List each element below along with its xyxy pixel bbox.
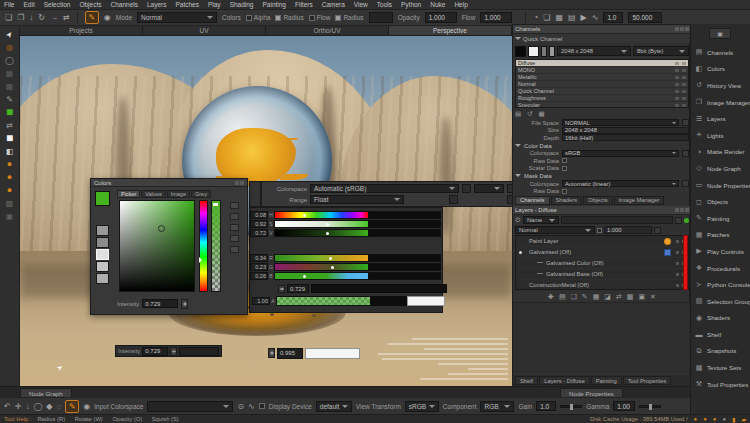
display-checkbox[interactable] xyxy=(259,403,265,409)
gradient-bar[interactable] xyxy=(274,211,369,219)
tool-icon[interactable]: ● xyxy=(7,160,12,169)
input-colorspace-dropdown[interactable] xyxy=(147,401,233,412)
colorspace-button[interactable] xyxy=(462,184,471,193)
menu-item[interactable]: Tools xyxy=(377,0,392,10)
project-action-icon[interactable]: ⇄ xyxy=(63,13,70,23)
project-action-icon[interactable]: ↓ xyxy=(29,13,33,23)
view-option-icon[interactable]: ◔ xyxy=(533,13,538,23)
color-picker-tab[interactable]: Values xyxy=(141,190,165,198)
float-intensity-field[interactable]: 0.729 xyxy=(142,347,168,356)
float-value-stepper[interactable] xyxy=(268,348,275,358)
dock-tab[interactable]: Image Manager xyxy=(614,196,665,205)
toolbar-checkbox[interactable]: Flow xyxy=(309,14,331,21)
layer-add-button[interactable] xyxy=(654,227,661,234)
file-space-button[interactable] xyxy=(682,119,689,126)
tool-icon[interactable]: ✎ xyxy=(6,95,13,104)
palette-item[interactable]: ↺ History View xyxy=(691,77,750,94)
tool-icon[interactable]: ■ xyxy=(6,134,13,143)
toolbar-value-field[interactable]: 1.0 xyxy=(603,12,623,23)
gain-field[interactable]: 1.0 xyxy=(536,401,556,411)
menu-item[interactable]: Play xyxy=(208,0,221,10)
intensity-stepper[interactable] xyxy=(181,299,188,309)
menu-item[interactable]: Objects xyxy=(79,0,101,10)
layer-toolbar-icon[interactable]: ◪ xyxy=(604,293,611,301)
toolbar-checkbox[interactable]: Radius xyxy=(275,14,303,21)
channel-value-field[interactable]: 0.23 xyxy=(250,263,268,271)
menu-item[interactable]: File xyxy=(4,0,14,10)
tool-icon[interactable]: ● xyxy=(7,186,12,195)
mini-swatch[interactable] xyxy=(549,46,555,57)
viewport-tab[interactable]: Perspective xyxy=(389,26,512,35)
gradient-marker[interactable] xyxy=(303,214,306,217)
graph-icon[interactable]: ∿ xyxy=(248,402,255,411)
layer-blend-dropdown[interactable]: Normal xyxy=(515,226,595,234)
gradient-bar[interactable] xyxy=(274,263,369,271)
sidebar-header-icon[interactable]: ▣ xyxy=(709,28,731,39)
gradient-intensity-field[interactable]: 0.729 xyxy=(287,284,309,293)
saturation-value-square[interactable] xyxy=(119,200,195,292)
intensity-field[interactable]: 0.729 xyxy=(142,299,178,308)
palette-item[interactable]: ▬ Shelf xyxy=(691,326,750,343)
bit-depth-dropdown[interactable]: 8bit (Byte) xyxy=(633,46,689,56)
gradient-bar[interactable] xyxy=(274,229,369,237)
layer-row[interactable]: Paint Layer xyxy=(516,236,688,247)
menu-item[interactable]: Layers xyxy=(147,0,167,10)
gamma-field[interactable]: 1.00 xyxy=(613,401,635,411)
tool-icon[interactable]: ⇄ xyxy=(6,121,13,130)
view-transform-dropdown[interactable]: sRGB xyxy=(405,401,439,412)
toolbar-checkbox[interactable]: Alpha xyxy=(246,14,271,21)
mask-data-section[interactable]: Mask Data xyxy=(513,172,691,180)
dock-bottom-tab[interactable]: Painting xyxy=(591,376,622,385)
dock-tab[interactable]: Channels xyxy=(515,196,550,205)
channel-value-field[interactable]: 0.08 xyxy=(250,211,268,219)
palette-item[interactable]: ▶ Play Controls xyxy=(691,243,750,260)
palette-item[interactable]: ▩ Texture Sets xyxy=(691,359,750,376)
toolbar-checkbox[interactable]: Radius xyxy=(335,14,363,21)
layer-toolbar-icon[interactable]: ▦ xyxy=(593,293,600,301)
palette-item[interactable]: ▦ Patches xyxy=(691,227,750,244)
status-indicator-icon[interactable]: ▰ xyxy=(741,416,746,423)
channel-list-item[interactable]: Specular xyxy=(516,102,688,108)
float-intensity-stepper[interactable] xyxy=(170,347,177,356)
radius-field[interactable] xyxy=(369,12,393,23)
color-picker-tab[interactable]: Grey xyxy=(191,190,211,198)
menu-item[interactable]: Filters xyxy=(295,0,313,10)
gradient-marker[interactable] xyxy=(331,266,334,269)
alpha-value-field[interactable]: 1.00 xyxy=(252,297,270,305)
gray-swatch[interactable] xyxy=(96,225,109,236)
gradient-marker[interactable] xyxy=(326,223,329,226)
gradient-marker[interactable] xyxy=(326,232,329,235)
node-graph-tool-icon[interactable]: ↓ xyxy=(25,402,29,411)
channel-action-icon[interactable]: ▦ xyxy=(539,110,545,118)
tool-icon[interactable]: ◯ xyxy=(5,56,14,65)
layer-scrollbar[interactable] xyxy=(683,235,688,290)
layer-amount-field[interactable]: 1.000 xyxy=(604,226,652,234)
status-indicator-icon[interactable]: ● xyxy=(713,416,717,422)
mini-swatch[interactable] xyxy=(541,46,547,57)
view-option-icon[interactable]: ▤ xyxy=(568,13,576,23)
gradient-panel-handle[interactable] xyxy=(249,181,261,207)
tool-icon[interactable]: ▦ xyxy=(6,82,14,91)
palette-item[interactable]: ◻ Objects xyxy=(691,193,750,210)
view-option-icon[interactable]: ▦ xyxy=(555,13,563,23)
node-graph-tool-icon[interactable]: ✛ xyxy=(15,402,22,411)
channel-list-item[interactable]: Quick Channel xyxy=(516,88,688,95)
layer-search-input[interactable] xyxy=(561,216,673,224)
layer-toolbar-icon[interactable]: ❏ xyxy=(571,293,577,301)
layers-panel-header[interactable]: Layers - Diffuse xyxy=(513,206,691,215)
mask-colorspace-dropdown[interactable]: Automatic (linear) xyxy=(562,180,679,187)
palette-item[interactable]: ❐ Image Manager xyxy=(691,94,750,111)
layer-filter-button[interactable] xyxy=(675,217,682,224)
raw-data-checkbox[interactable] xyxy=(562,158,567,163)
palette-item[interactable]: ⧉ Snapshots xyxy=(691,343,750,360)
colors-panel-title[interactable]: Colors xyxy=(91,179,247,187)
range-dropdown[interactable]: Float xyxy=(310,195,404,204)
channel-action-icon[interactable]: ▤ xyxy=(515,110,521,118)
gradient-extension[interactable] xyxy=(369,272,441,280)
palette-item[interactable]: ◧ Colors xyxy=(691,61,750,78)
view-option-icon[interactable]: ∿ xyxy=(592,13,599,23)
layer-row[interactable]: Galvanised (Off) xyxy=(516,247,688,258)
tool-icon[interactable]: ● xyxy=(7,173,12,182)
channel-list-item[interactable]: Metallic xyxy=(516,74,688,81)
gradient-bar[interactable] xyxy=(274,254,369,262)
